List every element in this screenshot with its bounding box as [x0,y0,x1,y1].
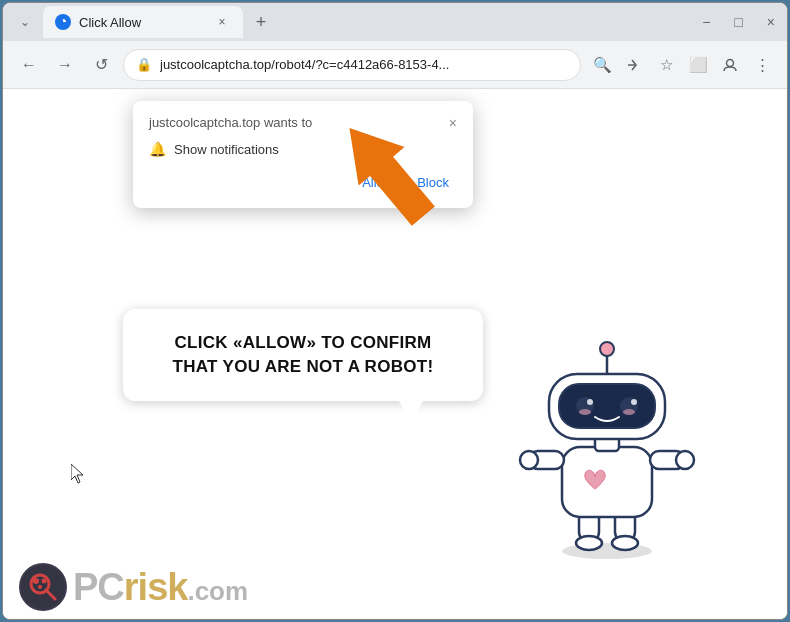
pcrisk-dotcom-text: .com [187,576,248,607]
pcrisk-text: PC risk .com [73,566,248,609]
tab-favicon [55,14,71,30]
svg-point-8 [576,536,602,550]
tab-search-icon[interactable]: ⬜ [685,52,711,78]
mouse-cursor [71,464,87,489]
title-bar: ⌄ Click Allow × + − □ × [3,3,787,41]
search-icon[interactable]: 🔍 [589,52,615,78]
back-button[interactable]: ← [15,51,43,79]
browser-tab[interactable]: Click Allow × [43,6,243,38]
tab-close-button[interactable]: × [213,13,231,31]
url-text: justcoolcaptcha.top/robot4/?c=c4412a66-8… [160,57,568,72]
notification-close-button[interactable]: × [449,115,457,131]
bookmark-icon[interactable]: ☆ [653,52,679,78]
browser-window: ⌄ Click Allow × + − □ × ← → ↺ 🔒 just [2,2,788,620]
pcrisk-risk-text: risk [124,566,188,609]
svg-point-25 [623,409,635,415]
menu-icon[interactable]: ⋮ [749,52,775,78]
address-bar: ← → ↺ 🔒 justcoolcaptcha.top/robot4/?c=c4… [3,41,787,89]
tab-chevron[interactable]: ⌄ [11,8,39,36]
notification-title: justcoolcaptcha.top wants to [149,115,312,130]
share-icon[interactable] [621,52,647,78]
minimize-button[interactable]: − [698,12,714,32]
bubble-text: CLICK «ALLOW» TO CONFIRM THAT YOU ARE NO… [173,333,434,376]
svg-point-13 [520,451,538,469]
address-icons: 🔍 ☆ ⬜ ⋮ [589,52,775,78]
svg-rect-10 [562,447,652,517]
forward-button[interactable]: → [51,51,79,79]
svg-point-33 [38,585,42,589]
tab-title: Click Allow [79,15,141,30]
window-controls: − □ × [698,12,779,32]
svg-point-23 [631,399,637,405]
pcrisk-logo [19,563,67,611]
svg-point-32 [42,579,47,584]
pcrisk-pc-text: PC [73,566,124,609]
orange-arrow-container [333,109,443,243]
profile-icon[interactable] [717,52,743,78]
svg-marker-4 [333,109,443,235]
url-bar[interactable]: 🔒 justcoolcaptcha.top/robot4/?c=c4412a66… [123,49,581,81]
reload-button[interactable]: ↺ [87,51,115,79]
svg-point-31 [33,578,39,584]
new-tab-button[interactable]: + [247,8,275,36]
svg-point-24 [579,409,591,415]
svg-point-22 [587,399,593,405]
robot-svg [507,329,707,559]
speech-bubble: CLICK «ALLOW» TO CONFIRM THAT YOU ARE NO… [123,309,483,401]
pcrisk-watermark: PC risk .com [19,563,248,611]
maximize-button[interactable]: □ [730,12,746,32]
svg-point-27 [600,342,614,356]
svg-point-28 [21,565,65,609]
robot-illustration [507,329,707,559]
svg-point-14 [676,451,694,469]
bell-icon: 🔔 [149,141,166,157]
lock-icon: 🔒 [136,57,152,72]
svg-point-2 [727,59,734,66]
orange-arrow-icon [333,109,443,239]
svg-point-9 [612,536,638,550]
notification-label: Show notifications [174,142,279,157]
browser-content: justcoolcaptcha.top wants to × 🔔 Show no… [3,89,787,619]
close-button[interactable]: × [763,12,779,32]
